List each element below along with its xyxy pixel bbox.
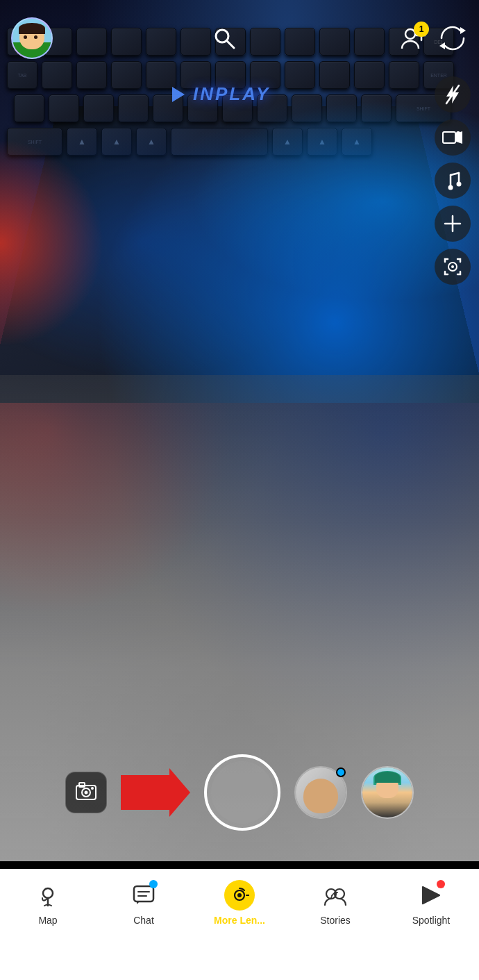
svg-point-17 xyxy=(457,182,462,187)
svg-point-25 xyxy=(85,791,88,795)
svg-point-28 xyxy=(43,888,53,898)
chat-icon xyxy=(128,880,159,911)
story-preview-2[interactable] xyxy=(361,766,414,819)
lens-selector-button[interactable] xyxy=(65,772,107,813)
shutter-inner xyxy=(211,761,274,824)
nav-item-stories[interactable]: Stories xyxy=(287,880,383,926)
search-button[interactable] xyxy=(209,23,239,53)
right-controls xyxy=(435,76,471,285)
svg-point-12 xyxy=(456,131,460,135)
video-button[interactable] xyxy=(435,119,471,156)
stories-icon xyxy=(320,880,351,911)
header-right-controls: 1 xyxy=(396,22,468,55)
stories-label: Stories xyxy=(320,915,351,926)
svg-rect-10 xyxy=(443,132,455,143)
user-avatar[interactable] xyxy=(11,17,53,59)
add-friend-button[interactable]: 1 xyxy=(396,22,429,55)
nav-item-map[interactable]: Map xyxy=(0,880,96,926)
map-label: Map xyxy=(38,915,57,926)
shutter-button[interactable] xyxy=(204,754,280,831)
svg-marker-0 xyxy=(172,87,185,102)
chat-label: Chat xyxy=(133,915,154,926)
camera-controls-bar xyxy=(0,723,479,862)
scan-button[interactable] xyxy=(435,249,471,285)
svg-line-2 xyxy=(227,41,234,48)
svg-marker-7 xyxy=(439,42,445,49)
add-effect-button[interactable] xyxy=(435,206,471,242)
svg-rect-30 xyxy=(134,886,153,902)
svg-point-34 xyxy=(237,893,242,897)
nav-item-spotlight[interactable]: Spotlight xyxy=(383,880,479,926)
svg-point-26 xyxy=(91,787,94,790)
svg-point-21 xyxy=(451,265,454,268)
keyboard-brand: INPLAY xyxy=(167,83,270,105)
more-lenses-pill xyxy=(224,880,255,911)
svg-marker-27 xyxy=(121,768,190,817)
more-lenses-icon xyxy=(224,880,255,911)
bottom-navigation: Map Chat More Len.. xyxy=(0,869,479,980)
story-preview-1[interactable] xyxy=(294,766,347,819)
spotlight-label: Spotlight xyxy=(412,915,450,926)
rotate-camera-button[interactable] xyxy=(437,23,468,53)
chat-notification-dot xyxy=(149,880,158,888)
flash-button[interactable] xyxy=(435,76,471,113)
svg-point-16 xyxy=(448,185,453,190)
map-icon xyxy=(33,880,63,911)
spotlight-notification-dot xyxy=(437,880,445,888)
header: 1 xyxy=(0,0,479,63)
story-dot-1 xyxy=(336,767,346,777)
more-lenses-label: More Len... xyxy=(214,915,265,926)
nav-item-chat[interactable]: Chat xyxy=(96,880,192,926)
svg-marker-39 xyxy=(423,887,439,904)
red-arrow-indicator xyxy=(121,768,190,817)
notification-badge: 1 xyxy=(414,22,429,37)
music-button[interactable] xyxy=(435,163,471,199)
svg-line-14 xyxy=(451,173,459,175)
svg-marker-6 xyxy=(460,27,466,34)
nav-item-more-lenses[interactable]: More Len... xyxy=(192,880,287,926)
spotlight-icon xyxy=(416,880,446,911)
